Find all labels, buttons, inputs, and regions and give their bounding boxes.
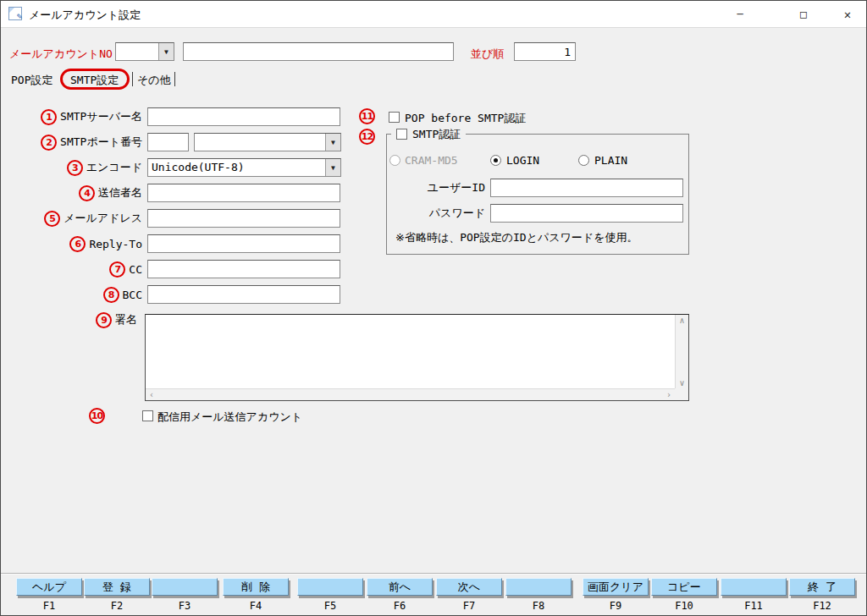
fkey-label-f4: F4 — [223, 600, 289, 612]
reply-to-label: Reply-To — [89, 238, 142, 250]
mail-account-settings-window: メールアカウント設定 ─ □ ✕ メールアカウントNO ▼ 並び順 POP設定 … — [0, 0, 867, 616]
pop-before-smtp-label: POP before SMTP認証 — [405, 111, 526, 126]
reply-to-input[interactable] — [147, 234, 340, 253]
window-title: メールアカウント設定 — [29, 8, 141, 23]
account-no-combobox[interactable]: ▼ — [115, 42, 174, 61]
account-no-combobox-value — [116, 43, 158, 60]
smtp-server-label: SMTPサーバー名 — [60, 109, 142, 124]
cc-input[interactable] — [147, 260, 340, 278]
smtp-server-input[interactable] — [147, 107, 340, 126]
account-no-label: メールアカウントNO — [9, 47, 113, 62]
scrollbar-corner — [675, 388, 688, 400]
help-button[interactable]: ヘルプ — [16, 578, 82, 596]
annotation-circle-5: 5 — [44, 211, 60, 227]
signature-textarea[interactable]: ∧ ∨ ‹ › — [145, 314, 689, 401]
annotation-circle-7: 7 — [109, 261, 125, 278]
f11-button[interactable] — [721, 578, 787, 596]
mail-address-input[interactable] — [147, 209, 340, 228]
password-label-row: パスワード — [386, 204, 485, 223]
smtp-port-input[interactable] — [147, 133, 189, 151]
f3-button[interactable] — [152, 578, 218, 596]
smtp-server-label-row: 1 SMTPサーバー名 — [9, 107, 142, 126]
sender-name-label-row: 4 送信者名 — [9, 184, 142, 202]
sender-name-input[interactable] — [147, 184, 340, 202]
tab-separator — [132, 72, 133, 86]
scroll-right-icon[interactable]: › — [666, 391, 671, 399]
encoding-label: エンコード — [86, 160, 142, 175]
account-name-input[interactable] — [183, 42, 454, 61]
previous-button[interactable]: 前へ — [367, 578, 433, 596]
fkey-label-f3: F3 — [152, 600, 218, 612]
cc-label: CC — [129, 263, 142, 276]
annotation-circle-4: 4 — [79, 185, 95, 201]
login-radio[interactable] — [490, 155, 501, 166]
f8-button[interactable] — [505, 578, 572, 596]
annotation-circle-11: 11 — [359, 108, 375, 124]
horizontal-scrollbar[interactable]: ‹ › — [146, 388, 675, 400]
reply-to-label-row: 6 Reply-To — [9, 234, 142, 253]
delivery-account-checkbox[interactable] — [142, 410, 153, 421]
f5-button[interactable] — [297, 578, 363, 596]
plain-radio[interactable] — [578, 155, 589, 166]
cram-md5-label: CRAM-MD5 — [405, 154, 458, 167]
password-label: パスワード — [429, 206, 485, 221]
scroll-down-icon[interactable]: ∨ — [679, 379, 684, 388]
login-label: LOGIN — [506, 154, 539, 167]
annotation-circle-2: 2 — [41, 135, 57, 151]
fkey-label-f7: F7 — [436, 600, 502, 612]
minimize-icon: ─ — [737, 8, 743, 20]
sort-order-input[interactable] — [514, 42, 576, 61]
delivery-account-label: 配信用メール送信アカウント — [157, 410, 302, 425]
user-id-label: ユーザーID — [428, 180, 485, 195]
annotation-circle-3: 3 — [67, 160, 83, 176]
signature-text[interactable] — [146, 315, 675, 388]
minimize-button[interactable]: ─ — [721, 1, 759, 27]
signature-label-row: 9 署名 — [9, 311, 137, 328]
smtp-auth-header: SMTP認証 — [391, 127, 466, 141]
fkey-label-f8: F8 — [505, 600, 572, 612]
scroll-left-icon[interactable]: ‹ — [149, 391, 154, 399]
copy-button[interactable]: コピー — [651, 578, 717, 596]
tab-others[interactable]: その他 — [137, 73, 171, 88]
register-button[interactable]: 登 録 — [84, 578, 150, 596]
encoding-combobox-value: Unicode(UTF-8) — [148, 159, 325, 176]
fkey-label-f6: F6 — [367, 600, 433, 612]
chevron-down-icon[interactable]: ▼ — [158, 43, 174, 60]
screen-clear-button[interactable]: 画面クリア — [583, 578, 649, 596]
next-button[interactable]: 次へ — [436, 578, 502, 596]
annotation-circle-8: 8 — [103, 287, 119, 303]
chevron-down-icon[interactable]: ▼ — [325, 159, 340, 176]
smtp-auth-checkbox[interactable] — [396, 129, 407, 140]
fkey-label-f2: F2 — [84, 600, 150, 612]
scroll-up-icon[interactable]: ∧ — [679, 316, 684, 325]
tab-pop-settings[interactable]: POP設定 — [11, 73, 52, 88]
smtp-port-combobox[interactable]: ▼ — [194, 133, 341, 151]
plain-label: PLAIN — [594, 154, 627, 167]
smtp-tab-highlight-annotation — [60, 69, 130, 90]
smtp-auth-note: ※省略時は、POP設定のIDとパスワードを使用。 — [395, 230, 638, 245]
smtp-port-label: SMTPポート番号 — [60, 135, 142, 150]
fkey-label-f1: F1 — [16, 600, 82, 612]
function-bar-divider-highlight — [1, 574, 866, 575]
annotation-circle-6: 6 — [69, 236, 86, 252]
maximize-icon: □ — [800, 8, 807, 20]
close-icon: ✕ — [844, 8, 851, 21]
tab-separator — [174, 72, 175, 86]
exit-button[interactable]: 終 了 — [789, 578, 855, 596]
annotation-circle-12: 12 — [359, 129, 375, 145]
password-input[interactable] — [490, 204, 683, 223]
vertical-scrollbar[interactable]: ∧ ∨ — [675, 315, 688, 389]
maximize-button[interactable]: □ — [785, 1, 822, 27]
pop-before-smtp-checkbox[interactable] — [389, 112, 400, 123]
close-button[interactable]: ✕ — [829, 1, 866, 27]
bcc-input[interactable] — [147, 285, 340, 304]
fkey-label-f10: F10 — [651, 600, 717, 612]
chevron-down-icon[interactable]: ▼ — [325, 134, 340, 151]
mail-address-label: メールアドレス — [64, 211, 142, 226]
user-id-label-row: ユーザーID — [386, 179, 485, 197]
user-id-input[interactable] — [490, 179, 683, 197]
encoding-label-row: 3 エンコード — [9, 158, 142, 177]
annotation-circle-1: 1 — [41, 109, 57, 125]
delete-button[interactable]: 削 除 — [223, 578, 289, 596]
encoding-combobox[interactable]: Unicode(UTF-8) ▼ — [147, 158, 341, 177]
